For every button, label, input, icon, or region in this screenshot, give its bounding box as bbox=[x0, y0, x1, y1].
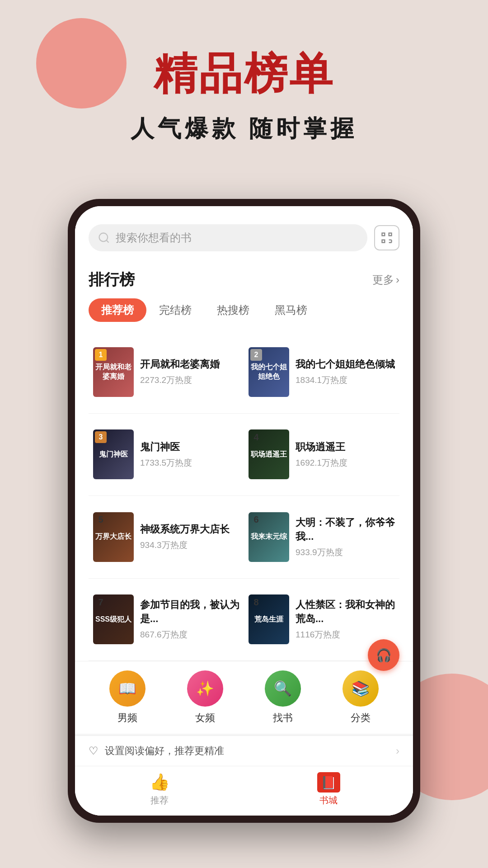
screen-content: 搜索你想看的书 排行榜 bbox=[75, 206, 413, 816]
bookstore-icon: 📕 bbox=[319, 773, 338, 792]
book-item-7[interactable]: SSS级犯人 7 参加节目的我，被认为是... 867.6万热度 bbox=[89, 579, 244, 661]
svg-rect-3 bbox=[389, 233, 392, 236]
book-heat-2: 1834.1万热度 bbox=[296, 374, 395, 386]
floating-audio-button[interactable]: 🎧 bbox=[368, 639, 399, 671]
search-icon bbox=[98, 231, 110, 244]
book-heat-4: 1692.1万热度 bbox=[296, 457, 395, 469]
tab-hot-search[interactable]: 热搜榜 bbox=[204, 298, 262, 322]
female-icon: ✨ bbox=[187, 670, 223, 707]
book-title-6: 大明：不装了，你爷爷我... bbox=[296, 516, 395, 544]
book-info-5: 神级系统万界大店长 934.3万热度 bbox=[140, 523, 239, 551]
heart-icon: ♡ bbox=[89, 745, 99, 757]
phone-screen: 搜索你想看的书 排行榜 bbox=[75, 206, 413, 816]
male-icon: 📖 bbox=[109, 670, 145, 707]
find-label: 找书 bbox=[273, 711, 293, 725]
male-label: 男频 bbox=[117, 711, 137, 725]
search-placeholder-text: 搜索你想看的书 bbox=[116, 231, 192, 245]
classify-label: 分类 bbox=[351, 711, 371, 725]
nav-recommend[interactable]: 👍 推荐 bbox=[150, 773, 169, 807]
recommend-nav-label: 推荐 bbox=[150, 794, 169, 807]
female-label: 女频 bbox=[195, 711, 215, 725]
svg-line-1 bbox=[106, 240, 108, 242]
category-classify[interactable]: 📚 分类 bbox=[343, 670, 379, 725]
find-icon: 🔍 bbox=[265, 670, 301, 707]
rank-badge-4: 4 bbox=[250, 431, 262, 443]
book-item-5[interactable]: 万界大店长 5 神级系统万界大店长 934.3万热度 bbox=[89, 496, 244, 579]
rank-badge-1: 1 bbox=[95, 349, 107, 361]
bookstore-nav-label: 书城 bbox=[319, 794, 338, 807]
tab-dark-horse[interactable]: 黑马榜 bbox=[262, 298, 320, 322]
classify-icon: 📚 bbox=[343, 670, 379, 707]
book-cover-4: 职场逍遥王 4 bbox=[249, 429, 289, 479]
book-cover-8: 荒岛生涯 8 bbox=[249, 594, 289, 644]
tabs-row: 推荐榜 完结榜 热搜榜 黑马榜 bbox=[89, 298, 399, 322]
pref-left: ♡ 设置阅读偏好，推荐更精准 bbox=[89, 744, 224, 758]
rank-badge-7: 7 bbox=[95, 596, 107, 608]
book-item-2[interactable]: 我的七个姐姐绝色 2 我的七个姐姐绝色倾城 1834.1万热度 bbox=[244, 331, 399, 414]
icons-row: 📖 男频 ✨ 女频 🔍 找书 bbox=[89, 670, 399, 725]
book-info-3: 鬼门神医 1733.5万热度 bbox=[140, 440, 239, 469]
book-cover-7: SSS级犯人 7 bbox=[93, 594, 134, 644]
book-heat-8: 1116万热度 bbox=[296, 629, 395, 641]
search-bar-container: 搜索你想看的书 bbox=[75, 206, 413, 260]
book-item-3[interactable]: 鬼门神医 3 鬼门神医 1733.5万热度 bbox=[89, 414, 244, 496]
book-item-1[interactable]: 开局就和老婆离婚 1 开局就和老婆离婚 2273.2万热度 bbox=[89, 331, 244, 414]
book-info-6: 大明：不装了，你爷爷我... 933.9万热度 bbox=[296, 516, 395, 558]
book-info-8: 人性禁区：我和女神的荒岛... 1116万热度 bbox=[296, 598, 395, 641]
nav-bookstore[interactable]: 📕 书城 bbox=[319, 773, 338, 807]
ranking-section: 排行榜 更多 › 推荐榜 完结榜 热搜榜 黑马榜 bbox=[75, 260, 413, 661]
pref-arrow: › bbox=[396, 745, 399, 757]
search-bar[interactable]: 搜索你想看的书 bbox=[89, 224, 367, 251]
rank-badge-3: 3 bbox=[95, 431, 107, 443]
book-heat-3: 1733.5万热度 bbox=[140, 457, 239, 469]
rank-badge-2: 2 bbox=[250, 349, 262, 361]
book-item-4[interactable]: 职场逍遥王 4 职场逍遥王 1692.1万热度 bbox=[244, 414, 399, 496]
pref-text: 设置阅读偏好，推荐更精准 bbox=[105, 744, 224, 758]
svg-rect-4 bbox=[382, 240, 385, 243]
book-title-7: 参加节目的我，被认为是... bbox=[140, 598, 239, 626]
category-male[interactable]: 📖 男频 bbox=[109, 670, 145, 725]
book-info-1: 开局就和老婆离婚 2273.2万热度 bbox=[140, 358, 239, 386]
tab-completed[interactable]: 完结榜 bbox=[146, 298, 204, 322]
category-female[interactable]: ✨ 女频 bbox=[187, 670, 223, 725]
ranking-section-title: 排行榜 bbox=[89, 269, 135, 290]
rank-badge-8: 8 bbox=[250, 596, 262, 608]
ranking-header: 排行榜 更多 › bbox=[89, 269, 399, 290]
header-section: 精品榜单 人气爆款 随时掌握 bbox=[0, 45, 488, 145]
book-title-3: 鬼门神医 bbox=[140, 440, 239, 454]
headphone-icon: 🎧 bbox=[376, 648, 392, 663]
category-icons-section: 📖 男频 ✨ 女频 🔍 找书 bbox=[75, 661, 413, 734]
header-subtitle: 人气爆款 随时掌握 bbox=[0, 113, 488, 145]
book-heat-1: 2273.2万热度 bbox=[140, 374, 239, 386]
book-title-4: 职场逍遥王 bbox=[296, 440, 395, 454]
preference-bar[interactable]: ♡ 设置阅读偏好，推荐更精准 › bbox=[75, 736, 413, 766]
book-heat-5: 934.3万热度 bbox=[140, 539, 239, 551]
book-cover-3: 鬼门神医 3 bbox=[93, 429, 134, 479]
tab-recommended[interactable]: 推荐榜 bbox=[89, 298, 146, 322]
phone-mockup: 搜索你想看的书 排行榜 bbox=[68, 199, 420, 823]
book-heat-6: 933.9万热度 bbox=[296, 547, 395, 558]
book-title-8: 人性禁区：我和女神的荒岛... bbox=[296, 598, 395, 626]
ranking-more-button[interactable]: 更多 › bbox=[372, 273, 399, 287]
book-info-7: 参加节目的我，被认为是... 867.6万热度 bbox=[140, 598, 239, 641]
book-cover-6: 我来末元综 6 bbox=[249, 512, 289, 562]
book-info-4: 职场逍遥王 1692.1万热度 bbox=[296, 440, 395, 469]
book-title-2: 我的七个姐姐绝色倾城 bbox=[296, 358, 395, 372]
book-heat-7: 867.6万热度 bbox=[140, 629, 239, 641]
recommend-icon: 👍 bbox=[150, 773, 169, 792]
category-find[interactable]: 🔍 找书 bbox=[265, 670, 301, 725]
scan-icon[interactable] bbox=[374, 225, 399, 250]
bottom-nav: 👍 推荐 📕 书城 bbox=[75, 766, 413, 816]
book-title-5: 神级系统万界大店长 bbox=[140, 523, 239, 537]
book-cover-2: 我的七个姐姐绝色 2 bbox=[249, 347, 289, 397]
book-cover-1: 开局就和老婆离婚 1 bbox=[93, 347, 134, 397]
book-info-2: 我的七个姐姐绝色倾城 1834.1万热度 bbox=[296, 358, 395, 386]
book-grid: 开局就和老婆离婚 1 开局就和老婆离婚 2273.2万热度 我的七个姐姐绝色 2 bbox=[89, 331, 399, 661]
book-cover-5: 万界大店长 5 bbox=[93, 512, 134, 562]
rank-badge-5: 5 bbox=[95, 514, 107, 526]
book-item-6[interactable]: 我来末元综 6 大明：不装了，你爷爷我... 933.9万热度 bbox=[244, 496, 399, 579]
book-title-1: 开局就和老婆离婚 bbox=[140, 358, 239, 372]
svg-rect-2 bbox=[382, 233, 385, 236]
header-title: 精品榜单 bbox=[0, 45, 488, 104]
rank-badge-6: 6 bbox=[250, 514, 262, 526]
